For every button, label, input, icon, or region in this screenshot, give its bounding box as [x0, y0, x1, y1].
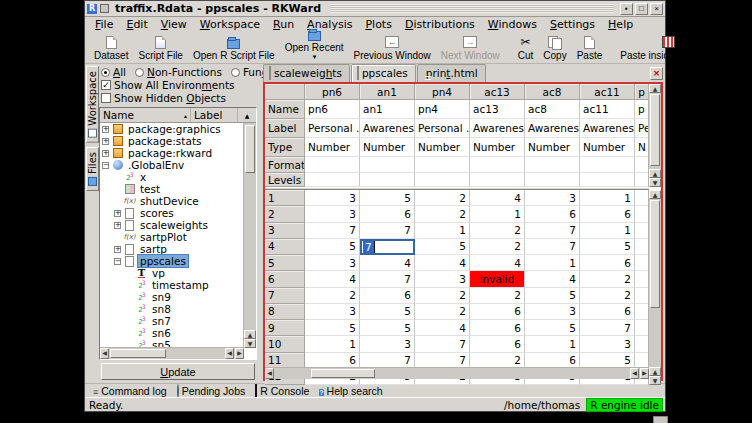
- data-cell-r6-cpn4[interactable]: 3: [415, 271, 470, 287]
- tree-item-sn7[interactable]: 23sn7: [100, 315, 256, 327]
- row-header-8[interactable]: 8: [265, 304, 305, 320]
- column-header-ac8[interactable]: ac8: [525, 84, 580, 100]
- collapse-icon[interactable]: −: [114, 258, 121, 265]
- data-cell-r3-cac13[interactable]: 2: [470, 223, 525, 239]
- data-scrollbar-up2-icon[interactable]: ▲: [649, 367, 661, 376]
- copy-button[interactable]: Copy: [538, 32, 571, 62]
- data-cell-r10-can1[interactable]: 3: [360, 336, 415, 352]
- data-cell-partial[interactable]: [635, 223, 649, 239]
- tree-vscroll-thumb[interactable]: [245, 125, 255, 173]
- meta-cell-format-an1[interactable]: [360, 157, 415, 173]
- data-cell-partial[interactable]: [635, 255, 649, 271]
- radio-functions[interactable]: [231, 68, 240, 77]
- data-cell-r10-cac8[interactable]: 1: [525, 336, 580, 352]
- data-cell-r9-cpn4[interactable]: 4: [415, 320, 470, 336]
- data-scrollbar-down-icon[interactable]: ▼: [649, 376, 661, 385]
- meta-cell-levels-ac8[interactable]: [525, 173, 580, 187]
- expand-icon[interactable]: +: [114, 222, 121, 229]
- data-cell-r3-cac8[interactable]: 7: [525, 223, 580, 239]
- data-cell-partial[interactable]: [635, 320, 649, 336]
- data-cell-r2-cpn4[interactable]: 2: [415, 206, 470, 222]
- data-cell-r10-cac11[interactable]: 3: [580, 336, 635, 352]
- data-cell-r1-cac8[interactable]: 3: [525, 190, 580, 206]
- meta-cell-name-ac13[interactable]: ac13: [470, 100, 525, 119]
- tree-item-shutDevice[interactable]: f(x)shutDevice: [100, 195, 256, 207]
- data-cell-r7-cpn6[interactable]: 2: [305, 288, 360, 304]
- tree-hscroll-thumb[interactable]: [110, 349, 166, 358]
- expand-icon[interactable]: +: [102, 138, 109, 145]
- data-cell-r2-cac11[interactable]: 6: [580, 206, 635, 222]
- meta-cell-label-p[interactable]: Pe: [635, 119, 649, 138]
- data-cell-r1-can1[interactable]: 5: [360, 190, 415, 206]
- menu-help[interactable]: Help: [602, 18, 639, 31]
- tab-print-html[interactable]: print.html: [417, 64, 486, 82]
- data-scrollbar-left-icon[interactable]: ◀: [265, 368, 274, 379]
- meta-cell-name-ac11[interactable]: ac11: [580, 100, 635, 119]
- row-header-6[interactable]: 6: [265, 271, 305, 287]
- column-header-p[interactable]: p: [635, 84, 649, 100]
- data-cell-r6-cac13[interactable]: invalid: [470, 271, 525, 287]
- meta-cell-label-an1[interactable]: Awarenes...: [360, 119, 415, 138]
- data-cell-r8-cpn4[interactable]: 2: [415, 304, 470, 320]
- tree-item-sartpPlot[interactable]: f(x)sartpPlot: [100, 231, 256, 243]
- data-cell-r3-cac11[interactable]: 1: [580, 223, 635, 239]
- data-cell-r1-cpn4[interactable]: 2: [415, 190, 470, 206]
- data-cell-r1-cpn6[interactable]: 3: [305, 190, 360, 206]
- meta-scrollbar-up-icon[interactable]: ▲: [649, 84, 661, 93]
- tree-column-label[interactable]: Label: [191, 108, 238, 122]
- data-cell-r9-can1[interactable]: 5: [360, 320, 415, 336]
- row-header-5[interactable]: 5: [265, 255, 305, 271]
- expand-icon[interactable]: +: [102, 150, 109, 157]
- meta-cell-label-ac8[interactable]: Awarenes...: [525, 119, 580, 138]
- data-cell-r10-cpn4[interactable]: 7: [415, 336, 470, 352]
- data-cell-partial[interactable]: [635, 190, 649, 206]
- data-cell-r2-cac13[interactable]: 1: [470, 206, 525, 222]
- tool-view-tab-files[interactable]: Files: [86, 147, 99, 191]
- data-cell-r8-cpn6[interactable]: 3: [305, 304, 360, 320]
- menu-edit[interactable]: Edit: [120, 18, 153, 31]
- tree-item-x[interactable]: 23x: [100, 171, 256, 183]
- meta-vscroll-thumb[interactable]: [650, 94, 660, 166]
- data-cell-r6-can1[interactable]: 7: [360, 271, 415, 287]
- tree-item-package-graphics[interactable]: +package:graphics: [100, 123, 256, 135]
- data-cell-r7-can1[interactable]: 6: [360, 288, 415, 304]
- meta-cell-label-ac13[interactable]: Awarenes...: [470, 119, 525, 138]
- menu-distributions[interactable]: Distributions: [399, 18, 481, 31]
- data-cell-r9-cac13[interactable]: 6: [470, 320, 525, 336]
- tree-item-scaleweights[interactable]: +scaleweights: [100, 219, 256, 231]
- metadata-vertical-scrollbar[interactable]: ▲ ▲ ▼: [648, 84, 661, 187]
- tree-column-name[interactable]: Name ▴: [100, 108, 191, 122]
- data-cell-r7-cac8[interactable]: 5: [525, 288, 580, 304]
- toolbar-overflow-button[interactable]: »: [722, 42, 734, 53]
- menu-settings[interactable]: Settings: [544, 18, 601, 31]
- meta-cell-name-p[interactable]: p: [635, 100, 649, 119]
- meta-cell-levels-pn6[interactable]: [305, 173, 360, 187]
- checkbox-show-hidden-objects[interactable]: [101, 93, 111, 103]
- data-cell-r3-can1[interactable]: 7: [360, 223, 415, 239]
- data-cell-r7-cac13[interactable]: 2: [470, 288, 525, 304]
- data-cell-r8-cac11[interactable]: 6: [580, 304, 635, 320]
- data-vscroll-thumb[interactable]: [650, 200, 660, 308]
- window-pin-icon[interactable]: [100, 4, 109, 13]
- tool-view-tab-workspace[interactable]: Workspace: [86, 66, 99, 143]
- data-cell-r3-cpn6[interactable]: 7: [305, 223, 360, 239]
- tree-item-sn9[interactable]: 23sn9: [100, 291, 256, 303]
- data-cell-r4-cpn6[interactable]: 5: [305, 239, 360, 255]
- meta-cell-levels-p[interactable]: [635, 173, 649, 187]
- expand-icon[interactable]: +: [114, 246, 121, 253]
- data-cell-r10-cac13[interactable]: 6: [470, 336, 525, 352]
- data-cell-r8-can1[interactable]: 5: [360, 304, 415, 320]
- menu-workspace[interactable]: Workspace: [194, 18, 266, 31]
- cut-button[interactable]: ✂Cut: [513, 32, 539, 62]
- tree-scrollbar-left-icon[interactable]: ◀: [100, 348, 109, 359]
- meta-cell-format-pn4[interactable]: [415, 157, 470, 173]
- meta-cell-levels-pn4[interactable]: [415, 173, 470, 187]
- data-cell-r9-cpn6[interactable]: 5: [305, 320, 360, 336]
- data-cell-r2-cpn6[interactable]: 3: [305, 206, 360, 222]
- data-cell-r6-cpn6[interactable]: 4: [305, 271, 360, 287]
- data-cell-r9-cac8[interactable]: 5: [525, 320, 580, 336]
- meta-cell-name-pn4[interactable]: pn4: [415, 100, 470, 119]
- tree-item-package-stats[interactable]: +package:stats: [100, 135, 256, 147]
- tree-scrollbar-down-icon[interactable]: ▼: [244, 339, 256, 348]
- meta-cell-label-pn6[interactable]: Personal ...: [305, 119, 360, 138]
